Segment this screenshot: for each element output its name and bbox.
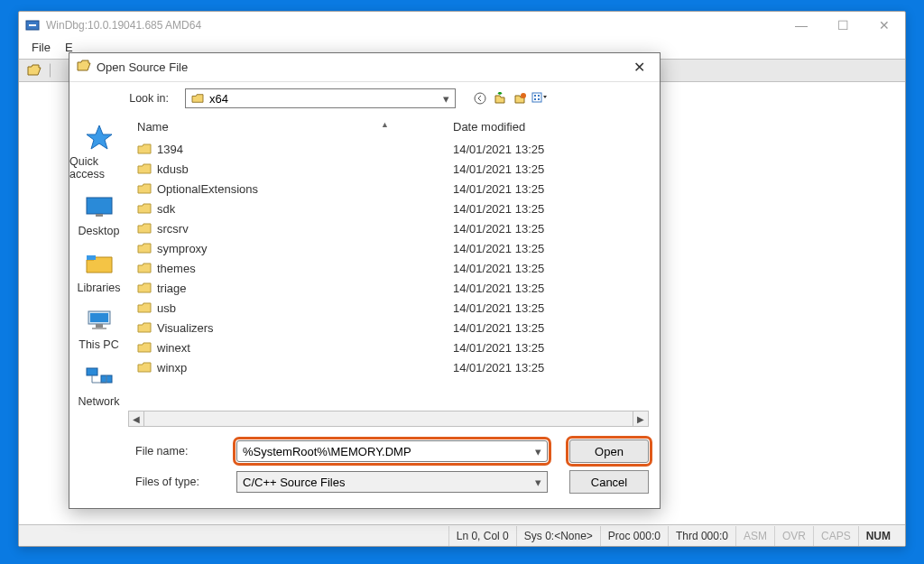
file-name: winxp bbox=[157, 361, 453, 374]
up-folder-icon[interactable] bbox=[492, 90, 508, 106]
file-name: OptionalExtensions bbox=[157, 182, 453, 196]
list-item[interactable]: winext14/01/2021 13:25 bbox=[128, 337, 649, 357]
open-button[interactable]: Open bbox=[569, 439, 649, 463]
filename-field[interactable]: %SystemRoot%\MEMORY.DMP ▾ bbox=[236, 440, 548, 462]
file-name: symproxy bbox=[157, 242, 453, 255]
open-file-icon[interactable] bbox=[24, 61, 44, 79]
lookin-label: Look in: bbox=[80, 92, 178, 105]
app-icon bbox=[24, 17, 41, 33]
minimize-button[interactable]: — bbox=[781, 12, 822, 39]
svg-rect-16 bbox=[87, 368, 97, 375]
view-menu-icon[interactable] bbox=[531, 90, 548, 106]
svg-rect-10 bbox=[96, 214, 103, 217]
status-proc: Proc 000:0 bbox=[600, 526, 668, 546]
file-name: kdusb bbox=[157, 162, 453, 176]
file-date: 14/01/2021 13:25 bbox=[453, 202, 579, 216]
sort-asc-icon: ▲ bbox=[381, 120, 389, 129]
list-item[interactable]: sdk14/01/2021 13:25 bbox=[128, 199, 649, 218]
filename-value: %SystemRoot%\MEMORY.DMP bbox=[243, 445, 411, 458]
libraries-icon bbox=[81, 248, 117, 279]
file-date: 14/01/2021 13:25 bbox=[453, 361, 579, 374]
svg-rect-6 bbox=[538, 95, 540, 97]
file-date: 14/01/2021 13:25 bbox=[453, 222, 579, 236]
window-controls: — ☐ ✕ bbox=[781, 12, 905, 39]
file-date: 14/01/2021 13:25 bbox=[453, 321, 579, 335]
filetype-label: Files of type: bbox=[128, 476, 236, 488]
dialog-body: Quick access Desktop Libraries This PC N… bbox=[69, 115, 660, 508]
horizontal-scrollbar[interactable]: ◀ ▶ bbox=[128, 411, 649, 427]
svg-rect-14 bbox=[96, 324, 103, 328]
maximize-button[interactable]: ☐ bbox=[822, 12, 864, 39]
svg-rect-1 bbox=[29, 24, 36, 26]
chevron-down-icon[interactable]: ▾ bbox=[535, 476, 541, 489]
list-item[interactable]: kdusb14/01/2021 13:25 bbox=[128, 159, 649, 179]
place-libraries[interactable]: Libraries bbox=[69, 248, 128, 294]
scroll-left-icon[interactable]: ◀ bbox=[128, 411, 144, 427]
toolbar-sep bbox=[50, 63, 51, 78]
list-item[interactable]: triage14/01/2021 13:25 bbox=[128, 278, 649, 298]
scroll-right-icon[interactable]: ▶ bbox=[633, 411, 649, 427]
place-this-pc[interactable]: This PC bbox=[69, 305, 128, 351]
network-icon bbox=[81, 362, 117, 393]
dialog-titlebar: Open Source File ✕ bbox=[69, 53, 660, 82]
place-quick-access[interactable]: Quick access bbox=[69, 122, 128, 180]
list-item[interactable]: srcsrv14/01/2021 13:25 bbox=[128, 218, 649, 238]
list-item[interactable]: winxp14/01/2021 13:25 bbox=[128, 357, 649, 377]
status-asm: ASM bbox=[735, 526, 774, 546]
nav-icon-group bbox=[472, 90, 548, 106]
filetype-value: C/C++ Source Files bbox=[243, 476, 345, 489]
col-date[interactable]: Date modified bbox=[453, 120, 579, 134]
file-name: srcsrv bbox=[157, 222, 453, 236]
quick-access-icon bbox=[81, 122, 117, 153]
dialog-title: Open Source File bbox=[97, 60, 625, 74]
this-pc-icon bbox=[81, 305, 117, 336]
svg-point-2 bbox=[475, 93, 485, 104]
cancel-button[interactable]: Cancel bbox=[569, 470, 649, 494]
place-network[interactable]: Network bbox=[69, 362, 128, 408]
file-name: themes bbox=[157, 262, 453, 275]
titlebar: WinDbg:10.0.19041.685 AMD64 — ☐ ✕ bbox=[19, 12, 905, 39]
col-name[interactable]: Name bbox=[137, 120, 453, 134]
list-item[interactable]: themes14/01/2021 13:25 bbox=[128, 258, 649, 278]
list-item[interactable]: 139414/01/2021 13:25 bbox=[128, 139, 649, 159]
open-file-dialog: Open Source File ✕ Look in: x64 ▾ Quick … bbox=[69, 52, 661, 509]
desktop-icon bbox=[81, 191, 117, 222]
lookin-select[interactable]: x64 ▾ bbox=[185, 88, 456, 108]
status-sys: Sys 0:<None> bbox=[516, 526, 600, 546]
file-date: 14/01/2021 13:25 bbox=[453, 242, 579, 255]
file-date: 14/01/2021 13:25 bbox=[453, 162, 579, 176]
close-button[interactable]: ✕ bbox=[864, 12, 905, 39]
status-thrd: Thrd 000:0 bbox=[668, 526, 735, 546]
svg-rect-13 bbox=[90, 313, 108, 322]
menu-file[interactable]: File bbox=[24, 39, 58, 59]
statusbar: Ln 0, Col 0 Sys 0:<None> Proc 000:0 Thrd… bbox=[19, 524, 905, 546]
svg-rect-5 bbox=[534, 95, 536, 97]
list-item[interactable]: symproxy14/01/2021 13:25 bbox=[128, 238, 649, 258]
list-item[interactable]: OptionalExtensions14/01/2021 13:25 bbox=[128, 179, 649, 199]
file-list[interactable]: 139414/01/2021 13:25kdusb14/01/2021 13:2… bbox=[128, 139, 649, 405]
file-name: sdk bbox=[157, 202, 453, 216]
status-lncol: Ln 0, Col 0 bbox=[448, 526, 516, 546]
new-folder-icon[interactable] bbox=[512, 90, 528, 106]
file-date: 14/01/2021 13:25 bbox=[453, 282, 579, 295]
file-list-pane: Name ▲ Date modified 139414/01/2021 13:2… bbox=[128, 115, 660, 508]
svg-point-3 bbox=[521, 93, 526, 98]
svg-rect-15 bbox=[92, 328, 106, 329]
filetype-select[interactable]: C/C++ Source Files ▾ bbox=[236, 471, 548, 493]
close-icon[interactable]: ✕ bbox=[625, 59, 652, 76]
file-date: 14/01/2021 13:25 bbox=[453, 182, 579, 196]
back-icon[interactable] bbox=[472, 90, 488, 106]
status-ovr: OVR bbox=[774, 526, 813, 546]
dialog-icon bbox=[77, 60, 91, 76]
svg-rect-11 bbox=[87, 255, 96, 260]
place-desktop[interactable]: Desktop bbox=[69, 191, 128, 237]
list-item[interactable]: Visualizers14/01/2021 13:25 bbox=[128, 318, 649, 337]
file-date: 14/01/2021 13:25 bbox=[453, 341, 579, 355]
chevron-down-icon: ▾ bbox=[443, 92, 449, 106]
svg-rect-9 bbox=[87, 198, 112, 214]
svg-rect-7 bbox=[534, 98, 536, 100]
lookin-value: x64 bbox=[209, 92, 228, 106]
list-item[interactable]: usb14/01/2021 13:25 bbox=[128, 298, 649, 318]
chevron-down-icon[interactable]: ▾ bbox=[535, 445, 541, 458]
scroll-track[interactable] bbox=[144, 411, 633, 427]
